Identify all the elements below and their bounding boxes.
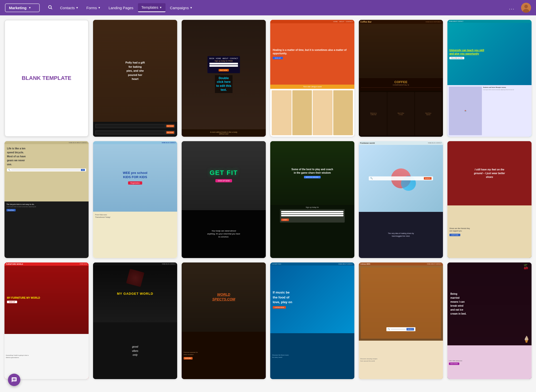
search-icon[interactable] — [46, 4, 55, 12]
svg-line-1 — [51, 8, 52, 9]
campaigns-chevron: ▼ — [190, 6, 193, 9]
template-card-getfit[interactable]: GET FIT SIGN UP NOW Your body can stand … — [182, 141, 266, 258]
brand-label: Marketing — [9, 6, 27, 10]
blank-template-card[interactable]: BLANK TEMPLATE — [4, 20, 89, 137]
more-options-icon[interactable]: ... — [506, 4, 517, 12]
template-card-healing[interactable]: HOMEABOUTCONTACT Healing is a matter of … — [270, 20, 354, 137]
template-card-coffee[interactable]: Coffee Bar HOME BLOG SHOP ABOUT COFFEE C… — [359, 20, 443, 137]
template-card-sports[interactable]: Some of the best to play and coachin the… — [270, 141, 354, 258]
nav-forms[interactable]: Forms ▼ — [83, 4, 104, 12]
template-card-furniture[interactable]: FURNITURE WORLD HOME BLOG MY FURNITURE M… — [4, 262, 89, 379]
nav-contacts[interactable]: Contacts ▼ — [57, 4, 82, 12]
template-card-gadget[interactable]: HOME BLOG CONTACT MY GADGET WORLD goodvi… — [93, 262, 177, 379]
forms-chevron: ▼ — [98, 6, 101, 9]
template-card-university[interactable]: HOME ABOUT CONTACT University can teach … — [447, 20, 532, 137]
template-card-footwear[interactable]: Footwear world HOME BLOG CONTACT 🔍 SEARC… — [359, 141, 443, 258]
nav-links: Contacts ▼ Forms ▼ Landing Pages Templat… — [57, 3, 506, 12]
navbar: Marketing ▼ Contacts ▼ Forms ▼ Landing P… — [0, 0, 536, 15]
templates-chevron: ▼ — [159, 6, 162, 9]
brand-button[interactable]: Marketing ▼ — [5, 3, 40, 12]
nav-landing-pages[interactable]: Landing Pages — [105, 4, 137, 12]
template-card-kids[interactable]: HOME BLOG CONTACT WEE pre schoolKIDS FOR… — [93, 141, 177, 258]
user-avatar[interactable] — [521, 3, 531, 13]
contacts-chevron: ▼ — [76, 6, 78, 9]
nav-campaigns[interactable]: Campaigns ▼ — [167, 4, 196, 12]
svg-point-3 — [524, 5, 528, 8]
template-card-spects[interactable]: WORLDSPECTS.COM Premium eyewear forevery… — [182, 262, 266, 379]
blank-template-label: BLANK TEMPLATE — [17, 70, 76, 87]
template-card-food[interactable]: Culinary BIDS HOME ABOUT CONTACT 🔍 SEARC… — [359, 262, 443, 379]
template-card-baking[interactable]: Polly had a giftfor bakingpies, and shep… — [93, 20, 177, 137]
template-card-married[interactable]: 🍒 🍦 Beingmarriedmeans I canbreak windand… — [447, 262, 532, 379]
template-card-music[interactable]: CULINARY BIDSHOME ABOUT CONTACT If music… — [270, 262, 354, 379]
template-card-bicycle[interactable]: HOME BLOG ABOUT CONTACT Life is like a t… — [4, 141, 89, 258]
nav-templates[interactable]: Templates ▼ — [138, 3, 166, 12]
template-card-book[interactable]: BOOK HOME ABOUT CONTACT Sign up today fo… — [182, 20, 266, 137]
template-card-shoes[interactable]: I still have my feet on theground – I ju… — [447, 141, 532, 258]
brand-chevron-icon: ▼ — [29, 6, 31, 9]
template-grid: BLANK TEMPLATE Polly had a giftfor bakin… — [0, 15, 536, 384]
